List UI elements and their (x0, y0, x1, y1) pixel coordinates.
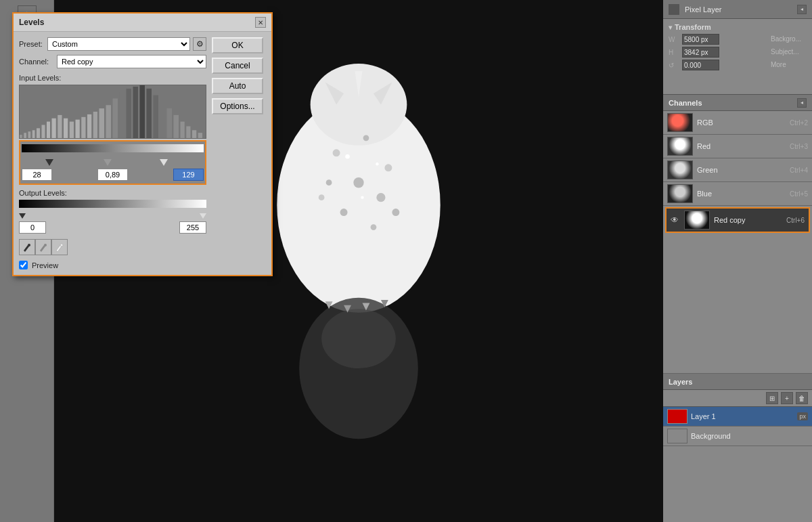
channel-select[interactable]: Red copy (57, 55, 206, 68)
layer-thumb-1 (667, 409, 687, 424)
svg-point-59 (60, 244, 63, 246)
svg-rect-46 (133, 87, 139, 138)
channels-panel-close[interactable]: ◂ (797, 98, 807, 108)
svg-rect-43 (113, 99, 118, 139)
close-button[interactable]: ✕ (255, 17, 266, 28)
output-white-handle[interactable] (200, 213, 206, 219)
svg-rect-47 (140, 85, 145, 138)
channels-header: Channels ◂ (663, 95, 812, 111)
white-handle[interactable] (160, 159, 168, 166)
layers-add-btn[interactable]: + (781, 392, 793, 404)
svg-point-12 (392, 209, 399, 216)
svg-rect-32 (47, 122, 50, 138)
layer-row-bg[interactable]: Background (663, 427, 812, 446)
layer-badge-1: px (797, 412, 808, 420)
auto-button[interactable]: Auto (212, 78, 263, 94)
cancel-button[interactable]: Cancel (212, 58, 263, 74)
input-levels-label: Input Levels: (19, 74, 206, 82)
channel-name-green: Green (697, 166, 786, 174)
input-values-row (22, 169, 204, 181)
svg-point-7 (376, 193, 385, 202)
subject-label[interactable]: Subject... (768, 47, 804, 57)
gray-eyedropper-btn[interactable] (35, 239, 51, 255)
svg-rect-44 (120, 92, 125, 138)
svg-rect-35 (64, 118, 68, 138)
black-handle[interactable] (45, 159, 53, 166)
channel-thumb-blue (667, 184, 693, 203)
preset-select[interactable]: Custom (47, 37, 190, 51)
svg-point-20 (321, 309, 396, 368)
svg-point-11 (319, 194, 325, 200)
svg-rect-33 (52, 118, 56, 138)
channel-row-blue[interactable]: Blue Ctrl+5 (663, 182, 812, 206)
svg-rect-48 (147, 89, 152, 138)
svg-point-9 (371, 224, 377, 230)
gradient-bar (22, 144, 204, 152)
white-eyedropper-btn[interactable] (51, 239, 68, 255)
histogram-container (19, 85, 206, 139)
ok-button[interactable]: OK (212, 37, 263, 53)
backgro-label[interactable]: Backgro... (768, 34, 804, 44)
levels-dialog: Levels ✕ Preset: Custom ⚙ Channel: Red c… (12, 12, 273, 276)
svg-rect-31 (42, 125, 45, 139)
svg-rect-53 (181, 122, 185, 138)
preview-checkbox[interactable] (19, 261, 28, 269)
output-black-handle[interactable] (19, 213, 26, 219)
slider-handles-row (22, 154, 204, 166)
width-input[interactable] (682, 34, 719, 45)
svg-rect-56 (198, 133, 202, 138)
width-label: W (669, 36, 678, 43)
channel-row-rgb[interactable]: RGB Ctrl+2 (663, 111, 812, 135)
channel-name-blue: Blue (697, 190, 786, 198)
svg-rect-27 (24, 133, 26, 138)
channel-label-dialog: Channel: (19, 58, 54, 66)
white-point-input[interactable] (173, 169, 204, 181)
svg-rect-52 (174, 115, 179, 138)
options-button[interactable]: Options... (212, 98, 263, 114)
eye-icon-redcopy[interactable]: 👁 (671, 215, 680, 225)
output-max-input[interactable] (179, 221, 206, 234)
channel-row-green[interactable]: Green Ctrl+4 (663, 158, 812, 182)
transform-title: ▾ Transform (669, 23, 807, 31)
layers-delete-btn[interactable]: 🗑 (796, 392, 808, 404)
svg-rect-38 (81, 117, 85, 138)
output-gradient (19, 200, 206, 208)
channel-row-red[interactable]: Red Ctrl+3 (663, 135, 812, 158)
svg-rect-51 (167, 108, 173, 138)
black-point-input[interactable] (22, 169, 52, 181)
channel-shortcut-green: Ctrl+4 (790, 167, 808, 174)
channel-row-redcopy[interactable]: 👁 Red copy Ctrl+6 (667, 209, 809, 232)
height-input[interactable] (682, 47, 719, 58)
svg-rect-34 (58, 115, 62, 138)
more-label[interactable]: More (768, 60, 804, 70)
dialog-left: Preset: Custom ⚙ Channel: Red copy Input… (19, 37, 206, 269)
svg-rect-28 (28, 131, 31, 138)
mid-handle[interactable] (104, 159, 112, 166)
channel-row-redcopy-wrapper: 👁 Red copy Ctrl+6 (665, 207, 810, 233)
svg-rect-30 (37, 128, 40, 138)
svg-rect-45 (127, 89, 132, 138)
svg-rect-42 (106, 105, 112, 138)
channel-shortcut-redcopy: Ctrl+6 (786, 217, 805, 224)
midtone-input[interactable] (97, 169, 128, 181)
rotation-input[interactable] (682, 60, 719, 70)
black-eyedropper-btn[interactable] (19, 239, 35, 255)
panel-collapse-btn[interactable]: ◂ (797, 5, 807, 14)
height-label: H (669, 49, 678, 56)
svg-point-58 (44, 244, 47, 246)
layer-name-bg: Background (691, 432, 808, 440)
layers-grid-btn[interactable]: ⊞ (766, 392, 778, 404)
channel-thumb-green (667, 160, 693, 179)
output-min-input[interactable] (19, 221, 46, 234)
dialog-buttons: OK Cancel Auto Options... (212, 37, 266, 269)
layers-header: Layers (663, 374, 812, 390)
layers-toolbar: ⊞ + 🗑 (663, 390, 812, 407)
svg-point-17 (376, 162, 378, 165)
channel-name-rgb: RGB (697, 118, 786, 127)
svg-rect-54 (186, 126, 190, 138)
layer-row-1[interactable]: Layer 1 px (663, 407, 812, 427)
pixel-layer-bar: Pixel Layer ◂ (663, 0, 812, 19)
channel-name-red: Red (697, 142, 786, 150)
preset-gear-btn[interactable]: ⚙ (193, 37, 206, 51)
channel-row-dialog: Channel: Red copy (19, 55, 206, 68)
